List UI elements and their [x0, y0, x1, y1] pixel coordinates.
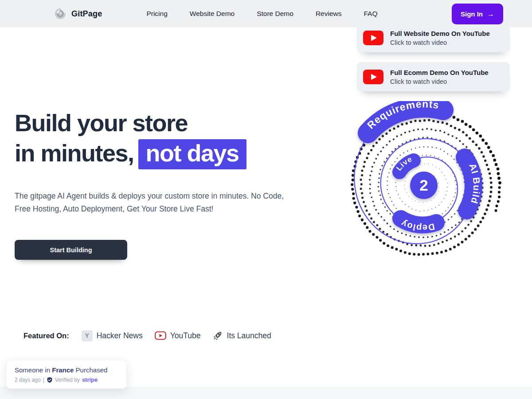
shield-check-icon	[47, 377, 53, 383]
meta-divider: |	[43, 377, 44, 383]
nav-item-faq[interactable]: FAQ	[364, 10, 377, 18]
video-subtitle: Click to watch video	[390, 78, 489, 85]
video-card-ecomm-demo[interactable]: Full Ecomm Demo On YouTube Click to watc…	[357, 62, 510, 91]
process-spiral-graphic: Requirements AI Build Deploy Live 2	[340, 101, 508, 270]
main-nav: Pricing Website Demo Store Demo Reviews …	[146, 10, 377, 18]
video-subtitle: Click to watch video	[390, 39, 490, 46]
brand-name: GitPage	[71, 9, 102, 19]
featured-item-youtube[interactable]: YouTube	[155, 331, 201, 340]
hero-description: The gitpage AI Agent builds & deploys yo…	[15, 190, 289, 215]
video-title: Full Ecomm Demo On YouTube	[390, 69, 489, 76]
nav-item-pricing[interactable]: Pricing	[146, 10, 167, 18]
hacker-news-icon: Y	[82, 330, 93, 341]
featured-item-label: Hacker News	[97, 331, 143, 340]
video-card-text: Full Ecomm Demo On YouTube Click to watc…	[390, 69, 489, 85]
rocket-icon	[213, 331, 223, 341]
youtube-play-icon	[363, 70, 383, 84]
featured-item-label: Its Launched	[227, 331, 271, 340]
nav-item-store-demo[interactable]: Store Demo	[257, 10, 293, 18]
video-card-text: Full Website Demo On YouTube Click to wa…	[390, 30, 490, 46]
purchase-meta: 2 days ago | Verified by stripe	[15, 376, 118, 383]
brand[interactable]: GitPage	[55, 8, 102, 20]
featured-on-row: Featured On: Y Hacker News YouTube	[23, 328, 283, 343]
verified-text: Verified by	[55, 377, 80, 383]
youtube-play-icon	[363, 31, 383, 45]
youtube-outline-icon	[155, 331, 166, 340]
purchase-time: 2 days ago	[15, 377, 41, 383]
purchase-notification-toast: Someone in France Purchased 2 days ago |…	[6, 360, 127, 389]
hero-heading-highlight: not days	[138, 139, 246, 169]
hero-heading-line1: Build your store	[15, 110, 188, 136]
purchase-location: France	[52, 366, 74, 374]
process-step-number: 2	[419, 176, 428, 194]
stripe-wordmark: stripe	[82, 376, 98, 383]
video-title: Full Website Demo On YouTube	[390, 30, 490, 37]
header: GitPage Pricing Website Demo Store Demo …	[0, 0, 532, 27]
purchase-line: Someone in France Purchased	[15, 366, 118, 374]
arrow-right-icon: →	[487, 10, 494, 18]
sign-in-label: Sign In	[461, 10, 483, 18]
featured-item-hacker-news[interactable]: Y Hacker News	[82, 330, 143, 341]
start-building-button[interactable]: Start Building	[15, 240, 127, 260]
sign-in-button[interactable]: Sign In →	[452, 4, 503, 24]
nav-item-reviews[interactable]: Reviews	[316, 10, 342, 18]
featured-item-its-launched[interactable]: Its Launched	[213, 331, 271, 341]
swirl-logo-icon	[55, 8, 66, 20]
hero-heading-line2: in minutes,	[15, 140, 134, 166]
hero-heading: Build your storein minutes,not days	[15, 108, 246, 169]
nav-item-website-demo[interactable]: Website Demo	[190, 10, 235, 18]
process-center: 2	[410, 172, 438, 199]
landing-page: GitPage Pricing Website Demo Store Demo …	[0, 0, 532, 399]
featured-item-label: YouTube	[170, 331, 201, 340]
featured-on-label: Featured On:	[23, 332, 69, 340]
